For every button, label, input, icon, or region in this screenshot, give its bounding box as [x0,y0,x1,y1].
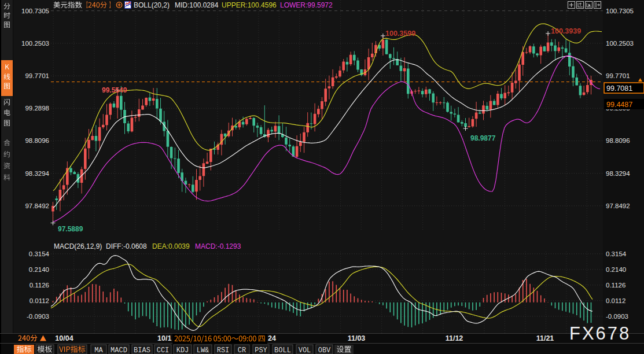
svg-text:MACD:-0.1293: MACD:-0.1293 [195,242,241,250]
svg-text:10/04: 10/04 [55,334,73,342]
svg-text:RSI: RSI [217,346,230,354]
svg-text:0.0112: 0.0112 [30,297,49,304]
svg-text:LOWER:99.5972: LOWER:99.5972 [280,1,333,9]
svg-text:CR: CR [238,346,246,354]
svg-text:VOL: VOL [299,346,311,354]
svg-text:98.8096: 98.8096 [25,137,49,144]
svg-text:0.1126: 0.1126 [606,282,625,289]
svg-text:MA: MA [94,346,103,354]
svg-text:100.3939: 100.3939 [551,27,581,35]
svg-text:100.2503: 100.2503 [606,40,634,47]
svg-text:97.5889: 97.5889 [58,225,83,233]
svg-text:99.7081: 99.7081 [606,84,632,93]
svg-text:0.2140: 0.2140 [606,266,626,273]
svg-text:MID:100.0284: MID:100.0284 [175,1,219,9]
svg-text:CCI: CCI [157,346,170,354]
svg-text:98.8096: 98.8096 [606,137,630,144]
svg-text:98.3294: 98.3294 [25,170,49,177]
svg-text:11/12: 11/12 [446,334,463,342]
svg-text:98.9877: 98.9877 [470,134,496,142]
svg-text:100.2503: 100.2503 [21,40,49,47]
svg-text:0.3154: 0.3154 [606,250,627,257]
svg-text:KDJ: KDJ [176,346,189,354]
svg-text:-0.0903: -0.0903 [606,313,628,320]
svg-text:MACD: MACD [111,346,127,354]
svg-text:OBV: OBV [318,346,331,354]
svg-text:0.3154: 0.3154 [29,250,50,257]
svg-text:0.0112: 0.0112 [606,297,625,304]
svg-text:BIAS: BIAS [134,346,150,354]
svg-text:97.8492: 97.8492 [606,202,630,209]
svg-text:FX678: FX678 [569,323,631,344]
svg-text:100.7305: 100.7305 [21,8,49,14]
svg-text:99.5549: 99.5549 [102,86,127,94]
svg-text:DIFF:-0.0608: DIFF:-0.0608 [106,242,147,250]
svg-text:97.8492: 97.8492 [25,202,49,209]
svg-text:10/1: 10/1 [157,334,171,342]
svg-text:0.1126: 0.1126 [30,282,49,289]
svg-text:11/21: 11/21 [536,334,554,342]
svg-text:-0.0903: -0.0903 [27,313,49,320]
svg-text:99.4487: 99.4487 [606,101,632,109]
svg-text:98.3294: 98.3294 [606,170,630,177]
svg-text:BOLL(20,2): BOLL(20,2) [134,1,170,9]
svg-text:DEA:0.0039: DEA:0.0039 [152,242,190,250]
svg-text:99.7701: 99.7701 [25,72,49,79]
svg-text:24: 24 [268,334,276,342]
svg-text:100.3599: 100.3599 [385,30,415,38]
svg-text:99.7701: 99.7701 [606,72,630,79]
svg-text:100.7305: 100.7305 [606,8,634,14]
svg-text:99.2898: 99.2898 [25,105,49,112]
svg-text:PSY: PSY [255,346,267,354]
svg-text:UPPER:100.4596: UPPER:100.4596 [222,1,277,9]
svg-text:0.2140: 0.2140 [29,266,49,273]
svg-text:LW&: LW& [197,346,209,354]
svg-text:11/03: 11/03 [348,334,366,342]
svg-text:MACD(26,12,9): MACD(26,12,9) [54,242,102,250]
svg-text:BOLL: BOLL [274,346,291,354]
